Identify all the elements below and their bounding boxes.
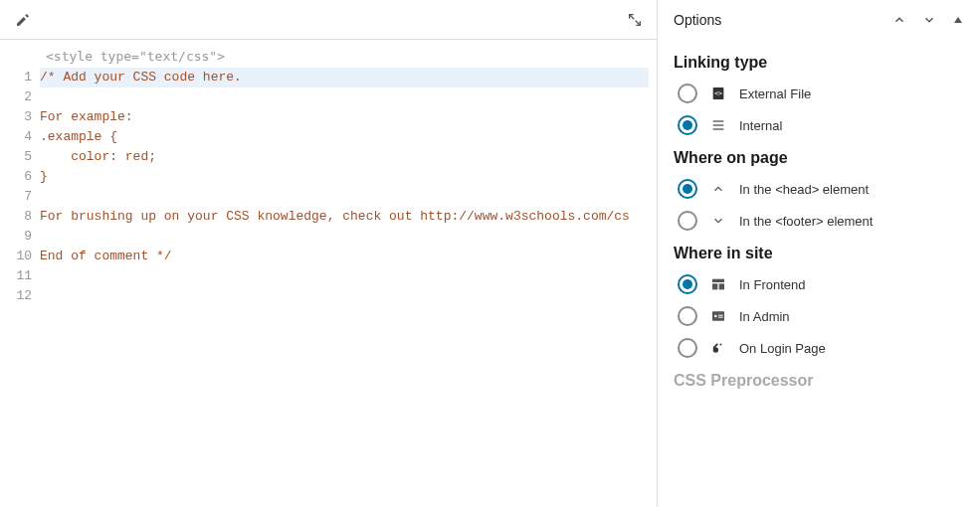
editor-toolbar [0, 0, 657, 40]
arrow-up-icon [709, 180, 727, 198]
option-login-page[interactable]: On Login Page [678, 338, 964, 358]
option-internal[interactable]: Internal [678, 115, 964, 135]
option-label: Internal [739, 118, 782, 133]
internal-icon [709, 116, 727, 134]
fullscreen-icon[interactable] [627, 12, 643, 28]
editor-panel: <style type="text/css"> 123456789101112 … [0, 0, 658, 507]
beautify-icon[interactable] [14, 11, 32, 29]
key-icon [709, 339, 727, 357]
svg-rect-6 [712, 283, 717, 289]
svg-rect-10 [718, 315, 723, 316]
section-where-on-page: Where on page [674, 149, 964, 167]
arrow-down-icon [709, 212, 727, 230]
options-header: Options [674, 0, 964, 40]
admin-icon [709, 307, 727, 325]
collapse-up-icon[interactable] [952, 14, 964, 26]
option-in-footer[interactable]: In the <footer> element [678, 211, 964, 231]
line-gutter: 123456789101112 [0, 68, 40, 306]
code-lines[interactable]: /* Add your CSS code here. For example: … [40, 68, 657, 306]
radio-icon[interactable] [678, 306, 697, 326]
radio-icon[interactable] [678, 84, 697, 103]
svg-rect-8 [712, 311, 724, 320]
svg-rect-7 [719, 283, 724, 289]
code-editor[interactable]: 123456789101112 /* Add your CSS code her… [0, 68, 657, 306]
radio-icon[interactable] [678, 115, 697, 135]
file-code-icon: <> [709, 84, 727, 102]
svg-rect-14 [719, 343, 721, 345]
option-external-file[interactable]: <> External File [678, 84, 964, 103]
radio-icon[interactable] [678, 179, 697, 199]
option-frontend[interactable]: In Frontend [678, 274, 964, 294]
radio-icon[interactable] [678, 338, 697, 358]
option-label: On Login Page [739, 341, 826, 356]
style-open-tag: <style type="text/css"> [0, 40, 657, 68]
options-title: Options [674, 12, 721, 28]
svg-text:<>: <> [714, 89, 722, 97]
option-label: In Frontend [739, 277, 806, 292]
section-linking-type: Linking type [674, 54, 964, 72]
chevron-up-icon[interactable] [892, 13, 906, 27]
chevron-down-icon[interactable] [922, 13, 936, 27]
section-where-in-site: Where in site [674, 245, 964, 262]
svg-rect-5 [712, 279, 724, 282]
section-css-preprocessor: CSS Preprocessor [674, 372, 964, 390]
svg-point-9 [714, 315, 717, 318]
frontend-icon [709, 275, 727, 293]
option-label: External File [739, 86, 811, 101]
radio-icon[interactable] [678, 274, 697, 294]
option-label: In the <head> element [739, 182, 869, 197]
option-label: In Admin [739, 309, 790, 324]
svg-rect-11 [718, 317, 723, 318]
option-in-head[interactable]: In the <head> element [678, 179, 964, 199]
option-label: In the <footer> element [739, 214, 873, 229]
radio-icon[interactable] [678, 211, 697, 231]
options-panel: Options Linking type <> External File In… [658, 0, 980, 507]
option-admin[interactable]: In Admin [678, 306, 964, 326]
